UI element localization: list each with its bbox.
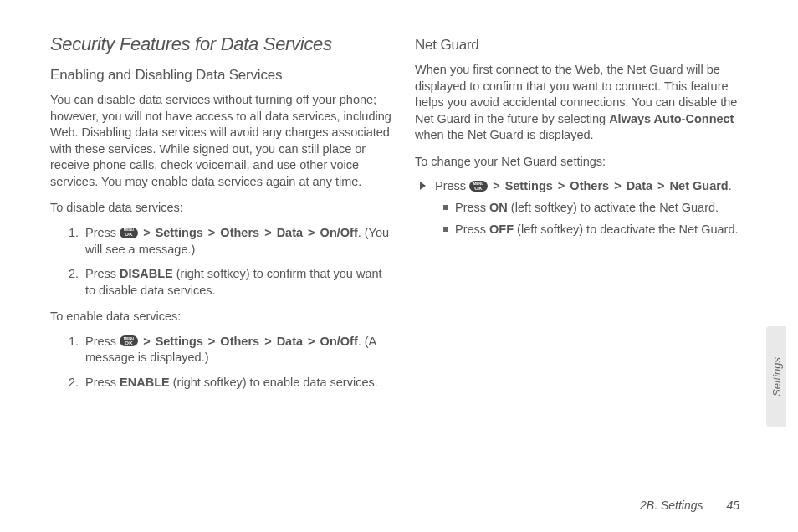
path-settings: Settings bbox=[156, 226, 203, 239]
page-footer: 2B. Settings 45 bbox=[640, 499, 739, 512]
square-bullet-icon bbox=[443, 227, 448, 232]
text: . bbox=[729, 179, 732, 192]
text: (left softkey) to deactivate the Net Gua… bbox=[514, 223, 738, 236]
disable-step-1: Press MENUOK > Settings > Others > Data … bbox=[82, 225, 391, 258]
breadcrumb-separator-icon: > bbox=[143, 226, 150, 239]
text: Press bbox=[85, 267, 120, 280]
intro-paragraph-2: When you first connect to the Web, the N… bbox=[415, 62, 756, 144]
text: when the Net Guard is displayed. bbox=[415, 128, 594, 141]
square-bullet-icon bbox=[443, 205, 448, 210]
breadcrumb-separator-icon: > bbox=[657, 179, 664, 192]
intro-paragraph-1: You can disable data services without tu… bbox=[50, 92, 391, 190]
enable-steps: Press MENUOK > Settings > Others > Data … bbox=[50, 334, 391, 391]
triangle-bullet-icon bbox=[420, 182, 426, 190]
sub-step-off: Press OFF (left softkey) to deactivate t… bbox=[415, 222, 756, 238]
path-others: Others bbox=[220, 335, 259, 348]
path-data: Data bbox=[277, 226, 303, 239]
breadcrumb-separator-icon: > bbox=[143, 335, 150, 348]
breadcrumb-separator-icon: > bbox=[264, 335, 271, 348]
disable-steps: Press MENUOK > Settings > Others > Data … bbox=[50, 225, 391, 299]
text: Press bbox=[85, 376, 120, 389]
disable-step-2: Press DISABLE (right softkey) to confirm… bbox=[82, 266, 391, 299]
path-data: Data bbox=[277, 335, 303, 348]
text: (left softkey) to activate the Net Guard… bbox=[508, 201, 719, 214]
footer-page-number: 45 bbox=[726, 499, 739, 512]
path-onoff: On/Off bbox=[320, 226, 358, 239]
text: Press bbox=[455, 201, 489, 214]
enable-step-2: Press ENABLE (right softkey) to enable d… bbox=[82, 375, 391, 391]
text: OK bbox=[125, 340, 133, 345]
text: (right softkey) to enable data services. bbox=[170, 376, 378, 389]
path-settings: Settings bbox=[505, 179, 553, 192]
page-heading: Security Features for Data Services bbox=[50, 33, 391, 55]
enable-subhead: To enable data services: bbox=[50, 309, 391, 325]
breadcrumb-separator-icon: > bbox=[264, 226, 271, 239]
breadcrumb-separator-icon: > bbox=[208, 226, 215, 239]
bullet-step: Press MENUOK > Settings > Others > Data … bbox=[415, 178, 756, 195]
change-subhead: To change your Net Guard settings: bbox=[415, 154, 756, 171]
breadcrumb-separator-icon: > bbox=[558, 179, 565, 192]
footer-section: 2B. Settings bbox=[640, 499, 703, 512]
section-title-1: Enabling and Disabling Data Services bbox=[50, 67, 391, 84]
sub-step-on: Press ON (left softkey) to activate the … bbox=[415, 200, 756, 217]
breadcrumb-separator-icon: > bbox=[208, 335, 215, 348]
path-onoff: On/Off bbox=[320, 335, 358, 348]
bold-on: ON bbox=[489, 201, 508, 214]
breadcrumb-separator-icon: > bbox=[308, 335, 315, 348]
section-title-2: Net Guard bbox=[415, 37, 756, 54]
path-settings: Settings bbox=[156, 335, 203, 348]
left-column: Security Features for Data Services Enab… bbox=[50, 33, 391, 401]
text: Press bbox=[435, 179, 469, 192]
path-others: Others bbox=[220, 226, 259, 239]
bold-auto-connect: Always Auto-Connect bbox=[609, 112, 734, 125]
breadcrumb-separator-icon: > bbox=[308, 226, 315, 239]
text: OK bbox=[474, 186, 483, 191]
text: Press bbox=[455, 223, 489, 236]
menu-ok-key-icon: MENUOK bbox=[120, 335, 138, 346]
text: Press bbox=[85, 335, 120, 348]
side-tab-label: Settings bbox=[770, 357, 783, 396]
breadcrumb-separator-icon: > bbox=[493, 179, 499, 192]
bold-enable: ENABLE bbox=[120, 376, 170, 389]
path-netguard: Net Guard bbox=[670, 179, 729, 192]
path-others: Others bbox=[570, 179, 609, 192]
menu-ok-key-icon: MENUOK bbox=[120, 228, 138, 238]
text: OK bbox=[125, 232, 133, 237]
enable-step-1: Press MENUOK > Settings > Others > Data … bbox=[82, 334, 391, 366]
breadcrumb-separator-icon: > bbox=[614, 179, 621, 192]
bold-off: OFF bbox=[489, 223, 514, 236]
text: Press bbox=[85, 226, 120, 239]
right-column: Net Guard When you first connect to the … bbox=[415, 33, 756, 401]
disable-subhead: To disable data services: bbox=[50, 200, 391, 217]
side-tab: Settings bbox=[766, 326, 786, 427]
path-data: Data bbox=[627, 179, 652, 192]
bold-disable: DISABLE bbox=[120, 267, 173, 280]
menu-ok-key-icon: MENUOK bbox=[469, 181, 488, 192]
